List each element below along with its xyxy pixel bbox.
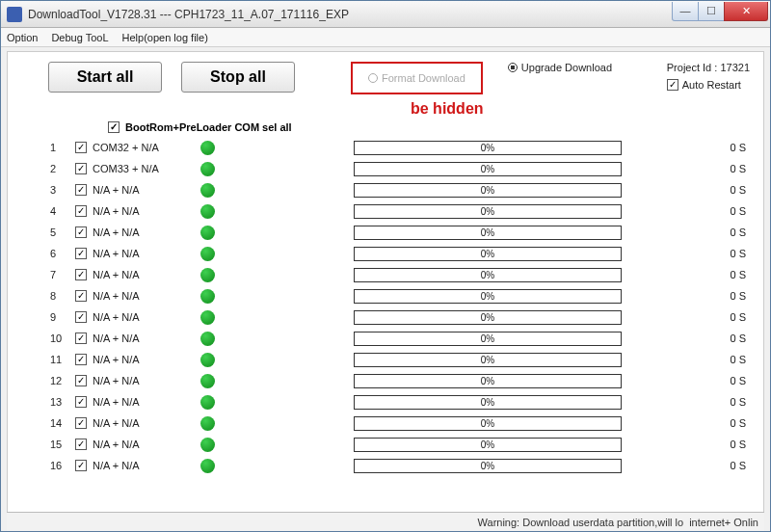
progress-bar: 0% <box>354 310 622 325</box>
row-checkbox[interactable] <box>75 354 87 365</box>
row-label: N/A + N/A <box>93 375 197 386</box>
status-dot-icon <box>200 247 215 261</box>
app-icon <box>7 7 22 22</box>
row-checkbox[interactable] <box>75 248 87 259</box>
progress-bar: 0% <box>354 374 622 388</box>
row-checkbox[interactable] <box>75 460 87 471</box>
row-checkbox[interactable] <box>75 290 87 302</box>
progress-bar: 0% <box>354 438 622 452</box>
port-row: 5N/A + N/A0%0 S <box>50 222 756 243</box>
row-index: 1 <box>50 142 75 153</box>
port-row: 16N/A + N/A0%0 S <box>50 455 756 476</box>
row-time: 0 S <box>719 163 746 174</box>
row-time: 0 S <box>719 460 746 471</box>
status-dot-icon <box>200 183 215 198</box>
progress-bar: 0% <box>354 416 622 431</box>
row-checkbox[interactable] <box>75 142 87 153</box>
close-button[interactable]: ✕ <box>724 2 768 21</box>
row-label: N/A + N/A <box>93 396 197 408</box>
port-row: 2COM33 + N/A0%0 S <box>50 158 756 179</box>
auto-restart-checkbox[interactable] <box>667 79 678 91</box>
port-row: 8N/A + N/A0%0 S <box>50 285 756 306</box>
minimize-button[interactable]: — <box>672 2 699 21</box>
project-id: Project Id : 17321 <box>667 62 750 73</box>
row-time: 0 S <box>719 332 746 344</box>
row-label: COM32 + N/A <box>93 142 197 153</box>
row-label: N/A + N/A <box>93 248 197 259</box>
row-label: N/A + N/A <box>93 205 197 217</box>
port-row: 12N/A + N/A0%0 S <box>50 370 756 391</box>
progress-bar: 0% <box>354 183 622 198</box>
row-time: 0 S <box>719 226 746 238</box>
menu-debug[interactable]: Debug TooL <box>51 32 108 43</box>
port-rows: 1COM32 + N/A0%0 S2COM33 + N/A0%0 S3N/A +… <box>15 137 756 476</box>
row-index: 5 <box>50 226 75 238</box>
window-controls: — ☐ ✕ <box>673 2 768 21</box>
row-checkbox[interactable] <box>75 439 87 450</box>
port-row: 4N/A + N/A0%0 S <box>50 200 756 222</box>
start-all-button[interactable]: Start all <box>48 62 162 93</box>
status-dot-icon <box>200 395 215 410</box>
row-time: 0 S <box>719 269 746 280</box>
row-checkbox[interactable] <box>75 375 87 386</box>
row-label: N/A + N/A <box>93 290 197 302</box>
row-checkbox[interactable] <box>75 311 87 323</box>
row-label: N/A + N/A <box>93 269 197 280</box>
status-dot-icon <box>200 374 215 388</box>
progress-bar: 0% <box>354 459 622 473</box>
upgrade-download-label: Upgrade Download <box>521 62 612 73</box>
content-area: Start all Stop all Format Download Upgra… <box>7 51 764 512</box>
stop-all-button[interactable]: Stop all <box>181 62 295 93</box>
menu-help[interactable]: Help(open log file) <box>122 32 208 43</box>
select-all-checkbox[interactable] <box>108 121 120 133</box>
port-row: 13N/A + N/A0%0 S <box>50 391 756 412</box>
upgrade-download-radio[interactable] <box>508 63 518 72</box>
row-time: 0 S <box>719 142 746 153</box>
row-checkbox[interactable] <box>75 205 87 217</box>
row-checkbox[interactable] <box>75 184 87 196</box>
select-all-label: BootRom+PreLoader COM sel all <box>125 121 292 133</box>
row-index: 9 <box>50 311 75 323</box>
row-checkbox[interactable] <box>75 163 87 174</box>
maximize-button[interactable]: ☐ <box>698 2 725 21</box>
row-time: 0 S <box>719 354 746 365</box>
progress-bar: 0% <box>354 204 622 219</box>
status-dot-icon <box>200 226 215 240</box>
menu-option[interactable]: Option <box>7 32 38 43</box>
row-label: COM33 + N/A <box>93 163 197 174</box>
menubar: Option Debug TooL Help(open log file) <box>1 28 770 47</box>
progress-bar: 0% <box>354 395 622 410</box>
row-checkbox[interactable] <box>75 396 87 408</box>
titlebar: DownloadTool_V1728.31 --- CPH1723_11_A.0… <box>1 1 770 28</box>
progress-bar: 0% <box>354 332 622 346</box>
status-dot-icon <box>200 416 215 431</box>
top-toolbar: Start all Stop all Format Download Upgra… <box>15 58 756 102</box>
port-row: 3N/A + N/A0%0 S <box>50 179 756 200</box>
app-window: DownloadTool_V1728.31 --- CPH1723_11_A.0… <box>0 0 771 532</box>
row-time: 0 S <box>719 290 746 302</box>
port-row: 1COM32 + N/A0%0 S <box>50 137 756 158</box>
row-time: 0 S <box>719 396 746 408</box>
port-row: 10N/A + N/A0%0 S <box>50 328 756 349</box>
row-label: N/A + N/A <box>93 460 197 471</box>
row-label: N/A + N/A <box>93 226 197 238</box>
port-row: 14N/A + N/A0%0 S <box>50 412 756 434</box>
row-checkbox[interactable] <box>75 332 87 344</box>
format-download-radio[interactable] <box>368 73 378 83</box>
row-index: 2 <box>50 163 75 174</box>
port-row: 11N/A + N/A0%0 S <box>50 349 756 370</box>
status-dot-icon <box>200 459 215 473</box>
progress-bar: 0% <box>354 162 622 176</box>
progress-bar: 0% <box>354 247 622 261</box>
row-index: 7 <box>50 269 75 280</box>
row-checkbox[interactable] <box>75 417 87 429</box>
project-id-value: 17321 <box>720 62 750 73</box>
port-row: 6N/A + N/A0%0 S <box>50 243 756 264</box>
project-info: Project Id : 17321 Auto Restart <box>667 62 756 91</box>
window-title: DownloadTool_V1728.31 --- CPH1723_11_A.0… <box>28 8 673 21</box>
row-checkbox[interactable] <box>75 226 87 238</box>
row-time: 0 S <box>719 417 746 429</box>
row-checkbox[interactable] <box>75 269 87 280</box>
project-id-label: Project Id : <box>667 62 718 73</box>
status-network: internet+ Onlin <box>689 517 758 528</box>
